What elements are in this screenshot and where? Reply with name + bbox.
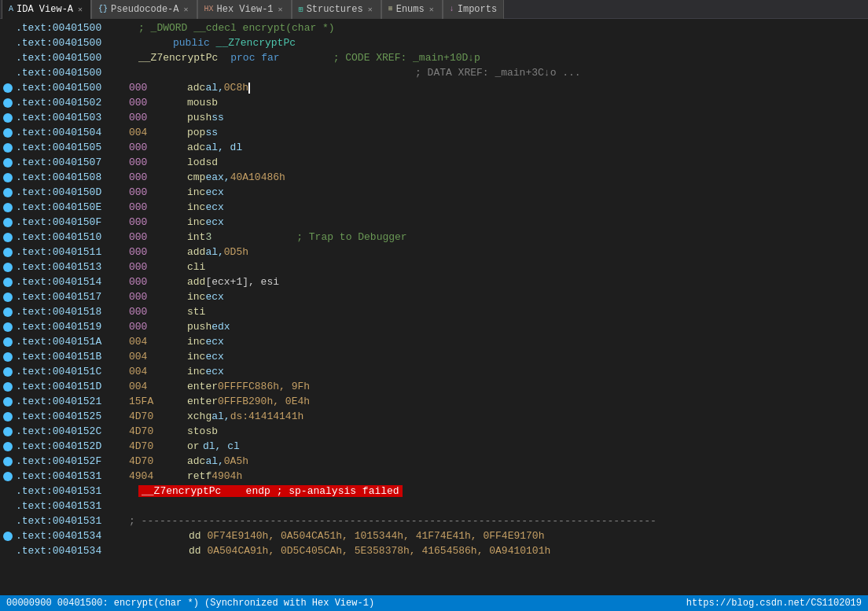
addr: .text:00401534 <box>16 543 126 558</box>
breakpoint-dot <box>3 248 13 257</box>
code-line[interactable]: .text:00401514 000 add [ecx+1], esi <box>0 274 868 289</box>
breakpoint-dot <box>3 188 13 197</box>
seg-offset: 004 <box>126 349 156 364</box>
code-line[interactable]: .text:00401505 000 adc al, dl <box>0 140 868 155</box>
code-line[interactable]: .text:0040150E 000 inc ecx <box>0 200 868 215</box>
mnemonic: cli <box>156 259 205 274</box>
breakpoint-dot <box>3 442 13 451</box>
operand: dl, cl <box>203 439 240 454</box>
separator-line[interactable]: .text:00401531 ; -----------------------… <box>0 513 868 528</box>
seg-offset: 000 <box>126 110 156 125</box>
endp-line[interactable]: .text:00401531 __Z7encryptPc endp ; sp-a… <box>0 484 868 499</box>
mnemonic: sti <box>156 304 205 319</box>
code-line[interactable]: .text:00401525 4D70 xchg al, ds:41414141… <box>0 409 868 424</box>
code-line[interactable]: .text:00401500 ; DATA XREF: _main+3C↓o .… <box>0 65 868 80</box>
code-line[interactable]: .text:0040152C 4D70 stosb <box>0 424 868 439</box>
addr: .text:00401505 <box>16 140 126 155</box>
seg-offset: 4D70 <box>126 409 156 424</box>
code-line[interactable]: .text:0040151B 004 inc ecx <box>0 349 868 364</box>
seg-offset: 4D70 <box>126 454 156 469</box>
addr: .text:00401525 <box>16 409 126 424</box>
mnemonic: inc <box>156 364 205 379</box>
code-line[interactable]: .text:00401518 000 sti <box>0 304 868 319</box>
addr: .text:00401517 <box>16 289 126 304</box>
addr: .text:00401513 <box>16 259 126 274</box>
operand: 0D5h <box>224 245 248 259</box>
code-line[interactable]: .text:0040150D 000 inc ecx <box>0 185 868 200</box>
code-line[interactable]: .text:00401503 000 push ss <box>0 110 868 125</box>
tab-close-enum[interactable]: ✕ <box>428 5 436 14</box>
code-line[interactable]: .text:0040152D 4D70 or dl, cl <box>0 439 868 454</box>
addr: .text:00401500 <box>16 65 126 80</box>
tab-close-struct[interactable]: ✕ <box>366 5 374 14</box>
mnemonic: mousb <box>156 95 218 110</box>
tab-enums[interactable]: ≡ Enums ✕ <box>381 0 443 19</box>
label: __Z7encryptPc <box>138 52 218 64</box>
code-line[interactable]: .text:00401500 ; _DWORD __cdecl encrypt(… <box>0 20 868 35</box>
status-right: https://blog.csdn.net/CS1102019 <box>686 598 862 609</box>
mnemonic: enter <box>156 394 218 409</box>
seg-offset: 000 <box>126 230 156 245</box>
code-line[interactable]: .text:0040151A 004 inc ecx <box>0 334 868 349</box>
addr: .text:00401500 <box>16 20 126 35</box>
code-line[interactable]: .text:0040150F 000 inc ecx <box>0 215 868 230</box>
tab-label-ida: IDA View-A <box>17 4 73 15</box>
tab-ida-view[interactable]: A IDA View-A ✕ <box>2 0 91 19</box>
code-line[interactable]: .text:0040151C 004 inc ecx <box>0 364 868 379</box>
code-line[interactable]: .text:00401511 000 add al, 0D5h <box>0 245 868 259</box>
breakpoint-dot <box>3 128 13 138</box>
breakpoint-dot <box>3 412 13 421</box>
mnemonic: inc <box>156 334 205 349</box>
code-line[interactable]: .text:00401519 000 push edx <box>0 319 868 334</box>
mnemonic: or <box>156 439 203 454</box>
keyword-proc: proc far <box>230 52 279 64</box>
operand: al, dl <box>205 140 242 155</box>
tab-close-hex[interactable]: ✕ <box>277 5 285 14</box>
mnemonic: stosb <box>156 424 218 439</box>
code-line[interactable]: .text:00401504 004 pop ss <box>0 125 868 140</box>
breakpoint-dot <box>3 278 13 287</box>
data-line[interactable]: .text:00401534 dd 0F74E9140h, 0A504CA51h… <box>0 528 868 543</box>
data-line[interactable]: .text:00401534 dd 0A504CA91h, 0D5C405CAh… <box>0 543 868 558</box>
breakpoint-dot <box>3 322 13 332</box>
code-line[interactable]: .text:00401500 __Z7encryptPc proc far ; … <box>0 50 868 65</box>
addr: .text:00401507 <box>16 155 126 170</box>
seg-offset: 000 <box>126 259 156 274</box>
code-line[interactable]: .text:0040151D 004 enter 0FFFFC886h, 9Fh <box>0 379 868 394</box>
operand: ecx <box>205 200 223 215</box>
operand: edx <box>211 319 230 334</box>
addr: .text:0040152D <box>16 439 126 454</box>
code-line[interactable]: .text:00401531 4904 retf 4904h <box>0 469 868 484</box>
mnemonic: inc <box>156 200 205 215</box>
code-line[interactable]: .text:00401531 <box>0 499 868 513</box>
tab-label-import: Imports <box>458 4 497 15</box>
seg-offset: 000 <box>126 185 156 200</box>
code-line[interactable]: .text:00401507 000 lodsd <box>0 155 868 170</box>
seg-offset: 000 <box>126 80 156 95</box>
mnemonic: push <box>156 110 211 125</box>
mnemonic: inc <box>156 349 205 364</box>
tab-imports[interactable]: ↓ Imports <box>443 0 504 19</box>
breakpoint-dot <box>3 293 13 302</box>
code-line[interactable]: .text:00401500 public __Z7encryptPc <box>0 35 868 50</box>
tab-structures[interactable]: ⊞ Structures ✕ <box>292 0 381 19</box>
code-line[interactable]: .text:00401517 000 inc ecx <box>0 289 868 304</box>
code-line[interactable]: .text:00401508 000 cmp eax, 40A10486h <box>0 170 868 185</box>
mnemonic: xchg <box>156 409 211 424</box>
code-view[interactable]: .text:00401500 ; _DWORD __cdecl encrypt(… <box>0 19 868 595</box>
code-line[interactable]: .text:00401500 000 adc al, 0C8h <box>0 80 868 95</box>
code-line[interactable]: .text:00401521 15FA enter 0FFFB290h, 0E4… <box>0 394 868 409</box>
addr: .text:0040151D <box>16 379 126 394</box>
tab-pseudocode[interactable]: {} Pseudocode-A ✕ <box>91 0 197 19</box>
tab-close-ida[interactable]: ✕ <box>76 5 84 14</box>
tab-hex-view[interactable]: HX Hex View-1 ✕ <box>197 0 292 19</box>
addr: .text:00401504 <box>16 125 126 140</box>
separator: ; --------------------------------------… <box>126 513 657 528</box>
code-line[interactable]: .text:00401513 000 cli <box>0 259 868 274</box>
tab-close-pseudo[interactable]: ✕ <box>182 5 190 14</box>
code-line[interactable]: .text:0040152F 4D70 adc al, 0A5h <box>0 454 868 469</box>
code-line[interactable]: .text:00401510 000 int 3 ; Trap to Debug… <box>0 230 868 245</box>
breakpoint-dot <box>3 203 13 212</box>
code-line[interactable]: .text:00401502 000 mousb <box>0 95 868 110</box>
xref-comment: ; CODE XREF: _main+10D↓p <box>286 50 480 65</box>
